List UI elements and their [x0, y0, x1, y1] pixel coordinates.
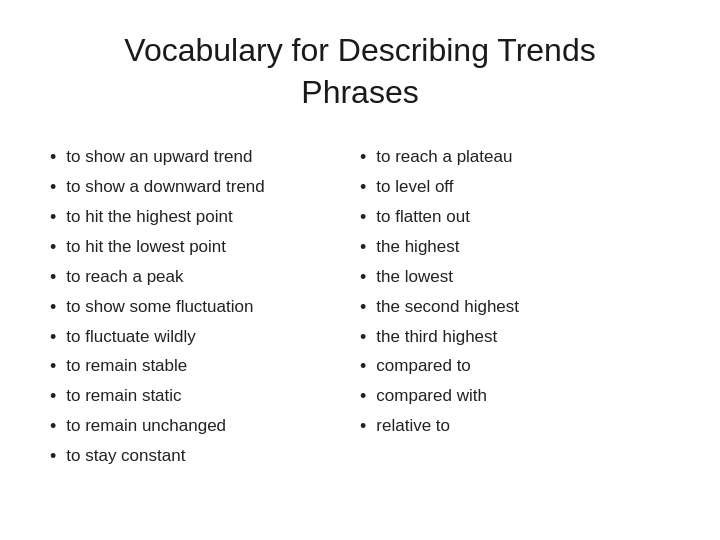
slide: Vocabulary for Describing Trends Phrases…	[0, 0, 720, 540]
left-list: to show an upward trendto show a downwar…	[50, 143, 360, 472]
right-list-item: the lowest	[360, 263, 670, 293]
content-area: to show an upward trendto show a downwar…	[50, 143, 670, 520]
left-list-item: to hit the highest point	[50, 203, 360, 233]
title-line1: Vocabulary for Describing Trends	[124, 32, 595, 68]
left-list-item: to fluctuate wildly	[50, 323, 360, 353]
right-list-item: the second highest	[360, 293, 670, 323]
left-list-item: to show a downward trend	[50, 173, 360, 203]
right-list-item: relative to	[360, 412, 670, 442]
left-list-item: to show an upward trend	[50, 143, 360, 173]
right-list: to reach a plateauto level offto flatten…	[360, 143, 670, 442]
right-list-item: to reach a plateau	[360, 143, 670, 173]
right-list-item: compared with	[360, 382, 670, 412]
right-list-item: the third highest	[360, 323, 670, 353]
left-list-item: to remain static	[50, 382, 360, 412]
left-list-item: to hit the lowest point	[50, 233, 360, 263]
left-column: to show an upward trendto show a downwar…	[50, 143, 360, 520]
left-list-item: to stay constant	[50, 442, 360, 472]
right-list-item: compared to	[360, 352, 670, 382]
right-list-item: the highest	[360, 233, 670, 263]
left-list-item: to reach a peak	[50, 263, 360, 293]
left-list-item: to remain stable	[50, 352, 360, 382]
right-list-item: to flatten out	[360, 203, 670, 233]
right-column: to reach a plateauto level offto flatten…	[360, 143, 670, 520]
left-list-item: to remain unchanged	[50, 412, 360, 442]
right-list-item: to level off	[360, 173, 670, 203]
slide-title: Vocabulary for Describing Trends Phrases	[50, 30, 670, 113]
left-list-item: to show some fluctuation	[50, 293, 360, 323]
title-line2: Phrases	[301, 74, 418, 110]
